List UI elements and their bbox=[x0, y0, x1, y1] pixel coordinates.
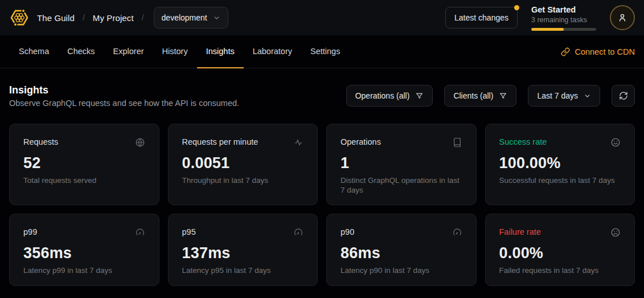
tab-laboratory[interactable]: Laboratory bbox=[244, 35, 301, 68]
date-range-value: Last 7 days bbox=[537, 91, 578, 100]
tab-checks[interactable]: Checks bbox=[58, 35, 104, 68]
get-started-subtitle: 3 remaining tasks bbox=[531, 16, 596, 25]
card-value: 0.00% bbox=[499, 244, 621, 262]
card-subtitle: Latency p99 in last 7 days bbox=[23, 266, 145, 275]
stat-card-operations: Operations 1 Distinct GraphQL operations… bbox=[326, 124, 477, 205]
tab-settings[interactable]: Settings bbox=[301, 35, 349, 68]
card-value: 0.0051 bbox=[182, 154, 304, 172]
operations-filter-button[interactable]: Operations (all) bbox=[346, 85, 433, 107]
tabs: Schema Checks Explorer History Insights … bbox=[10, 35, 349, 68]
card-title: Operations bbox=[341, 137, 381, 147]
breadcrumb-project[interactable]: My Project bbox=[93, 13, 134, 23]
card-subtitle: Latency p95 in last 7 days bbox=[182, 266, 304, 275]
tab-schema[interactable]: Schema bbox=[10, 35, 58, 68]
stat-card-failure-rate: Failure rate 0.00% Failed requests in la… bbox=[485, 214, 635, 286]
book-icon bbox=[452, 137, 462, 148]
get-started-title: Get Started bbox=[531, 5, 596, 15]
card-subtitle: Latency p90 in last 7 days bbox=[341, 266, 462, 275]
page-title: Insights bbox=[9, 84, 239, 96]
stats-row-1: Requests 52 Total requests served Reques… bbox=[9, 124, 635, 205]
page-head: Insights Observe GraphQL requests and se… bbox=[9, 84, 635, 108]
stat-card-success-rate: Success rate 100.00% Successful requests… bbox=[485, 124, 635, 205]
gauge-icon bbox=[452, 227, 462, 238]
person-icon bbox=[617, 12, 628, 23]
filters: Operations (all) Clients (all) Last 7 da… bbox=[346, 85, 635, 107]
card-title: p95 bbox=[182, 227, 196, 237]
card-title: p90 bbox=[341, 227, 354, 237]
page-head-text: Insights Observe GraphQL requests and se… bbox=[9, 84, 239, 108]
stat-card-p90: p90 86ms Latency p90 in last 7 days bbox=[326, 214, 477, 286]
gauge-icon bbox=[293, 227, 303, 238]
stat-card-p99: p99 356ms Latency p99 in last 7 days bbox=[9, 214, 159, 286]
chevron-down-icon bbox=[584, 92, 591, 100]
connect-cdn-link[interactable]: Connect to CDN bbox=[561, 35, 635, 68]
filter-funnel-icon bbox=[415, 92, 424, 100]
environment-select[interactable]: development bbox=[154, 7, 228, 28]
get-started-progress-fill bbox=[531, 28, 564, 31]
globe-icon bbox=[135, 137, 145, 148]
card-subtitle: Total requests served bbox=[23, 175, 145, 185]
latest-changes-button[interactable]: Latest changes bbox=[445, 7, 518, 28]
filter-funnel-icon bbox=[499, 92, 507, 100]
hive-logo-icon[interactable] bbox=[9, 7, 30, 28]
page-subtitle: Observe GraphQL requests and see how the… bbox=[9, 99, 239, 108]
operations-filter-label: Operations (all) bbox=[355, 91, 410, 100]
card-value: 100.00% bbox=[499, 154, 621, 172]
card-value: 1 bbox=[341, 154, 462, 172]
breadcrumb: The Guild / My Project / development bbox=[37, 7, 228, 28]
clients-filter-button[interactable]: Clients (all) bbox=[444, 85, 516, 107]
card-title: Failure rate bbox=[499, 227, 541, 237]
environment-select-value: development bbox=[162, 13, 207, 22]
get-started-widget[interactable]: Get Started 3 remaining tasks bbox=[531, 5, 596, 31]
stat-card-p95: p95 137ms Latency p95 in last 7 days bbox=[168, 214, 318, 286]
refresh-button[interactable] bbox=[612, 85, 635, 107]
card-subtitle: Successful requests in last 7 days bbox=[499, 175, 621, 185]
project-tabbar: Schema Checks Explorer History Insights … bbox=[0, 35, 644, 68]
link-icon bbox=[561, 47, 570, 56]
smiley-icon bbox=[610, 137, 621, 148]
stat-card-rpm: Requests per minute 0.0051 Throughput in… bbox=[168, 124, 318, 205]
connect-cdn-label: Connect to CDN bbox=[575, 47, 635, 56]
card-value: 52 bbox=[23, 154, 145, 172]
user-avatar[interactable] bbox=[610, 5, 635, 30]
tab-explorer[interactable]: Explorer bbox=[104, 35, 153, 68]
card-title: p99 bbox=[23, 227, 37, 237]
insights-page: Insights Observe GraphQL requests and se… bbox=[0, 84, 644, 286]
card-subtitle: Failed requests in last 7 days bbox=[499, 266, 621, 275]
date-range-select[interactable]: Last 7 days bbox=[528, 85, 600, 107]
top-header: The Guild / My Project / development Lat… bbox=[0, 0, 644, 35]
activity-icon bbox=[293, 137, 303, 148]
header-right: Latest changes Get Started 3 remaining t… bbox=[445, 5, 635, 31]
frown-icon bbox=[610, 227, 621, 238]
breadcrumb-separator: / bbox=[83, 13, 85, 22]
clients-filter-label: Clients (all) bbox=[453, 91, 493, 100]
breadcrumb-separator: / bbox=[142, 13, 144, 22]
tab-history[interactable]: History bbox=[153, 35, 197, 68]
tab-insights[interactable]: Insights bbox=[197, 35, 244, 68]
card-value: 86ms bbox=[341, 244, 462, 262]
card-value: 137ms bbox=[182, 244, 304, 262]
refresh-icon bbox=[619, 91, 628, 100]
card-value: 356ms bbox=[23, 244, 145, 262]
stats-row-2: p99 356ms Latency p99 in last 7 days p95 bbox=[9, 214, 635, 286]
notification-dot bbox=[514, 5, 519, 10]
card-title: Requests per minute bbox=[182, 137, 259, 147]
get-started-progressbar bbox=[531, 28, 596, 31]
latest-changes-label: Latest changes bbox=[454, 13, 508, 22]
breadcrumb-org[interactable]: The Guild bbox=[37, 13, 75, 23]
chevron-down-icon bbox=[213, 14, 220, 22]
card-subtitle: Throughput in last 7 days bbox=[182, 175, 304, 185]
stat-card-requests: Requests 52 Total requests served bbox=[9, 124, 159, 205]
card-title: Success rate bbox=[499, 137, 547, 147]
card-title: Requests bbox=[23, 137, 58, 147]
gauge-icon bbox=[135, 227, 145, 238]
card-subtitle: Distinct GraphQL operations in last 7 da… bbox=[341, 175, 462, 195]
